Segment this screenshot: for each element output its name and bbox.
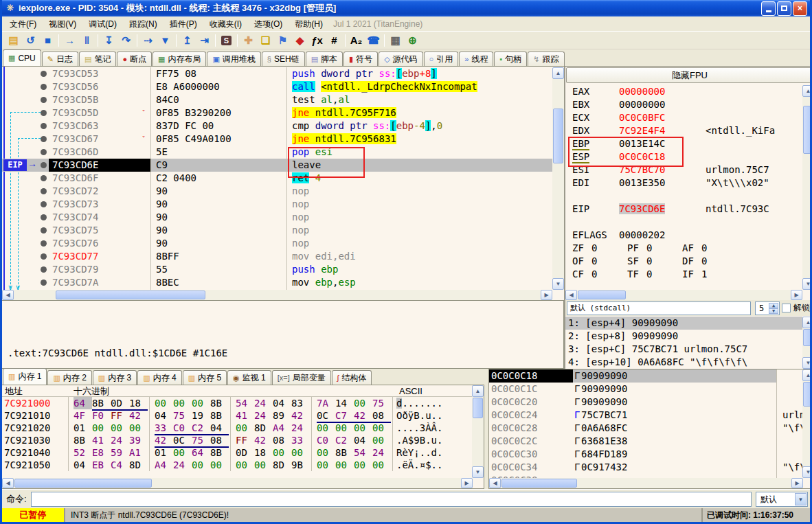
flag-SF[interactable]: SF0 xyxy=(620,255,675,268)
scroll-thumb[interactable] xyxy=(56,291,205,299)
scroll-left-icon[interactable]: ◀ xyxy=(2,290,14,300)
breakpoint-dot[interactable] xyxy=(41,123,47,129)
menu-item[interactable]: 选项(O) xyxy=(248,18,289,30)
assemble-icon[interactable]: A₂ xyxy=(348,33,365,48)
dump-tab-监视 1[interactable]: ◉监视 1 xyxy=(227,370,271,385)
flag-CF[interactable]: CF0 xyxy=(565,268,620,281)
scroll-up-icon[interactable]: ▲ xyxy=(802,85,812,97)
register-row[interactable]: ECX0C0C0BFC xyxy=(565,111,802,124)
disasm-row[interactable]: 7C93CD7590nop xyxy=(2,224,552,237)
dump-vertical-scrollbar[interactable]: ▲ ▼ xyxy=(472,385,484,478)
label-icon[interactable]: ⚑ xyxy=(274,33,291,48)
registers-horizontal-scrollbar[interactable]: ◀ ▶ xyxy=(565,290,802,300)
dump-row[interactable]: 7C92105004EBC48DA424000000008D9B00000000… xyxy=(2,459,473,471)
command-input[interactable] xyxy=(31,492,752,507)
flag-IF[interactable]: IF1 xyxy=(675,268,730,281)
tab-内存布局[interactable]: ▦内存布局 xyxy=(153,52,206,66)
scroll-thumb[interactable] xyxy=(473,398,483,418)
argument-row[interactable]: 3: [esp+C] 75C7BC71 urlmon.75C7 xyxy=(565,343,802,356)
menu-item[interactable]: 跟踪(N) xyxy=(123,18,163,30)
command-profile-select[interactable]: 默认▼ xyxy=(756,492,808,507)
dump-tab-局部变量[interactable]: [x=]局部变量 xyxy=(272,370,331,385)
breakpoint-dot[interactable] xyxy=(41,266,47,273)
dump-row[interactable]: 7C92104052E859A10100648B0D180000008B5424… xyxy=(2,446,473,459)
scroll-up-icon[interactable]: ▲ xyxy=(472,385,484,397)
disasm-row[interactable]: 7C93CD7A8BECmov ebp,esp xyxy=(2,276,552,289)
disasm-row[interactable]: 7C93CD5D0F85 B3290200ˇjne ntdll.7C95F716 xyxy=(2,106,552,119)
scroll-down-icon[interactable]: ▼ xyxy=(802,466,812,478)
register-row[interactable]: EDI0013E350"X\t\\\x02" xyxy=(565,176,802,190)
stack-row[interactable]: 0C0C0C2CΓ63681E38 xyxy=(489,435,803,448)
tab-线程[interactable]: »线程 xyxy=(459,52,493,66)
dump-tab-内存 5[interactable]: ▥内存 5 xyxy=(183,370,227,385)
function-icon[interactable]: ƒx xyxy=(308,33,326,48)
menu-item[interactable]: 文件(F) xyxy=(3,18,43,30)
tab-断点[interactable]: ●断点 xyxy=(117,52,152,66)
tab-日志[interactable]: ✎日志 xyxy=(42,52,78,66)
flag-AF[interactable]: AF0 xyxy=(675,242,730,255)
step-into-icon[interactable]: ↧ xyxy=(100,33,117,48)
flag-DF[interactable]: DF0 xyxy=(675,255,730,268)
scroll-thumb[interactable] xyxy=(578,291,626,299)
registers-vertical-scrollbar[interactable]: ▲ ▼ xyxy=(802,85,812,290)
unlock-checkbox[interactable] xyxy=(782,304,791,312)
breakpoint-dot[interactable] xyxy=(41,110,47,116)
scroll-left-icon[interactable]: ◀ xyxy=(565,290,577,300)
disasm-row[interactable]: 7C93CD7690nop xyxy=(2,237,552,250)
flag-ZF[interactable]: ZF0 xyxy=(565,242,620,255)
disasm-row[interactable]: 7C93CD6D5Epop esi xyxy=(2,146,552,159)
menu-item[interactable]: 帮助(H) xyxy=(289,18,329,30)
breakpoint-dot[interactable] xyxy=(41,280,47,286)
tab-句柄[interactable]: ▪句柄 xyxy=(494,52,527,66)
menu-item[interactable]: 收藏夹(I) xyxy=(203,18,248,30)
breakpoint-dot[interactable] xyxy=(41,240,47,247)
dump-row[interactable]: 7C921000648B0D180000008B542404837A140075… xyxy=(2,397,473,409)
scroll-down-icon[interactable]: ▼ xyxy=(472,466,484,478)
registers-pane[interactable]: 隐藏FPU EAX00000000EBX00000000ECX0C0C0BFCE… xyxy=(564,67,812,300)
breakpoint-dot[interactable] xyxy=(41,162,47,168)
hide-fpu-button[interactable]: 隐藏FPU xyxy=(566,67,812,83)
disasm-row[interactable]: 7C93CD6EC9leave xyxy=(2,159,552,172)
breakpoint-dot[interactable] xyxy=(41,136,47,142)
modem-icon[interactable]: ☎ xyxy=(365,33,382,48)
scroll-up-icon[interactable]: ▲ xyxy=(802,369,812,381)
open-file-icon[interactable]: ▤ xyxy=(5,33,22,48)
menu-item[interactable]: 插件(P) xyxy=(163,18,203,30)
disasm-vertical-scrollbar[interactable]: ▲ ▼ xyxy=(552,67,564,290)
calling-convention-select[interactable]: 默认 (stdcall) xyxy=(567,301,751,315)
tab-笔记[interactable]: ▤笔记 xyxy=(79,52,116,66)
stack-horizontal-scrollbar[interactable]: ◀ ▶ xyxy=(489,478,803,488)
calculator-icon[interactable]: ▦ xyxy=(387,33,404,48)
dump-row[interactable]: 7C9210200100000033C0C204008DA42400000000… xyxy=(2,422,473,434)
scroll-thumb[interactable] xyxy=(553,109,563,163)
stack-vertical-scrollbar[interactable]: ▲ ▼ xyxy=(802,369,812,478)
tab-跟踪[interactable]: ↯跟踪 xyxy=(528,52,564,66)
scroll-right-icon[interactable]: ▶ xyxy=(791,290,802,300)
run-icon[interactable]: → xyxy=(61,33,78,48)
breakpoint-dot[interactable] xyxy=(41,253,47,260)
breakpoint-dot[interactable] xyxy=(41,201,47,207)
hash-icon[interactable]: # xyxy=(326,33,343,48)
comment-icon[interactable]: ❏ xyxy=(257,33,274,48)
memory-dump-pane[interactable]: 地址 十六进制 ASCII 7C921000648B0D180000008B54… xyxy=(2,385,484,489)
scroll-up-icon[interactable]: ▲ xyxy=(802,317,812,328)
stack-row[interactable]: 0C0C0C24Γ75C7BC71urlmon.7 xyxy=(489,409,803,422)
dump-row[interactable]: 7C9210104FF0FF420475198B412489420CC74208… xyxy=(2,409,473,422)
disasm-row[interactable]: 7C93CD63837D FC 00cmp dword ptr ss:[ebp-… xyxy=(2,119,552,133)
disasm-row[interactable]: 7C93CD7390nop xyxy=(2,198,552,211)
scroll-thumb[interactable] xyxy=(501,479,577,488)
flag-OF[interactable]: OF0 xyxy=(565,255,620,268)
argument-count-stepper[interactable]: 5▲▼ xyxy=(755,301,780,315)
flag-PF[interactable]: PF0 xyxy=(620,242,675,255)
tab-SEH链[interactable]: §SEH链 xyxy=(262,52,305,66)
disasm-row[interactable]: 7C93CD7955push ebp xyxy=(2,263,552,276)
dump-row[interactable]: 7C9210308B412439420C7508FF420833C0C20400… xyxy=(2,434,473,446)
dump-tab-内存 3[interactable]: ▥内存 3 xyxy=(93,370,137,385)
tab-调用堆栈[interactable]: ▣调用堆栈 xyxy=(207,52,260,66)
menu-item[interactable]: 视图(V) xyxy=(43,18,82,30)
breakpoint-dot[interactable] xyxy=(41,84,47,90)
breakpoint-dot[interactable] xyxy=(41,188,47,194)
trace-into-icon[interactable]: ⇢ xyxy=(139,33,157,48)
breakpoint-dot[interactable] xyxy=(41,149,47,155)
scroll-thumb[interactable] xyxy=(14,479,152,488)
